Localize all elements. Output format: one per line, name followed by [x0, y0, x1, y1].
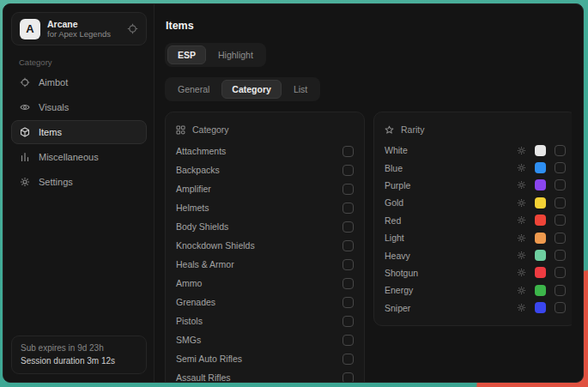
rarity-panel-header: Rarity — [385, 121, 566, 138]
sidebar: A Arcane for Apex Legends Category Aimbo… — [3, 4, 155, 382]
sidebar-item-items[interactable]: Items — [11, 120, 147, 144]
brand-text: Arcane for Apex Legends — [47, 19, 111, 39]
rarity-checkbox[interactable] — [555, 267, 566, 278]
rarity-row-label: Sniper — [385, 303, 410, 313]
grid-icon — [176, 125, 185, 135]
category-panel-title: Category — [192, 124, 229, 135]
app-window: A Arcane for Apex Legends Category Aimbo… — [3, 3, 584, 383]
category-row: Assault Rifles — [176, 368, 354, 382]
gear-icon[interactable] — [517, 215, 526, 225]
color-swatch[interactable] — [535, 197, 546, 209]
category-row: Semi Auto Rifles — [176, 349, 354, 368]
sidebar-item-label: Items — [39, 127, 62, 137]
category-row: Pistols — [176, 311, 354, 330]
page-title: Items — [166, 20, 572, 32]
category-row: Helmets — [176, 198, 354, 217]
rarity-row-label: Gold — [385, 197, 403, 208]
tab-list[interactable]: List — [283, 80, 318, 99]
session-card: Sub expires in 9d 23h Session duration 3… — [11, 336, 147, 374]
gear-icon[interactable] — [517, 180, 526, 190]
sidebar-item-settings[interactable]: Settings — [11, 170, 147, 194]
rarity-row-label: Purple — [385, 180, 410, 190]
category-checkbox[interactable] — [342, 240, 354, 251]
sidebar-item-aimbot[interactable]: Aimbot — [11, 70, 147, 94]
gear-icon[interactable] — [517, 233, 526, 243]
color-swatch[interactable] — [535, 162, 546, 173]
gear-icon[interactable] — [517, 268, 526, 277]
tab-category[interactable]: Category — [221, 80, 282, 99]
category-checkbox[interactable] — [342, 203, 354, 214]
category-row-label: SMGs — [176, 335, 201, 345]
rarity-checkbox[interactable] — [555, 285, 566, 296]
category-row-label: Grenades — [176, 297, 215, 307]
rarity-checkbox[interactable] — [555, 197, 566, 209]
sidebar-section-label: Category — [19, 57, 147, 67]
mode-tab-group: ESP Highlight — [165, 43, 266, 67]
sidebar-item-miscellaneous[interactable]: Miscellaneous — [11, 145, 147, 169]
category-row: Body Shields — [176, 217, 354, 236]
brand-card: A Arcane for Apex Legends — [11, 12, 147, 45]
rarity-row-label: Blue — [385, 163, 403, 173]
sidebar-item-visuals[interactable]: Visuals — [11, 95, 147, 119]
category-checkbox[interactable] — [342, 335, 354, 346]
rarity-row-label: Energy — [385, 285, 413, 295]
color-swatch[interactable] — [535, 145, 546, 156]
color-swatch[interactable] — [535, 267, 546, 278]
gear-icon[interactable] — [517, 303, 526, 312]
rarity-checkbox[interactable] — [555, 179, 566, 190]
rarity-checkbox[interactable] — [555, 162, 566, 173]
sidebar-item-label: Visuals — [39, 102, 69, 112]
category-row: Attachments — [176, 142, 354, 160]
gear-icon[interactable] — [517, 286, 526, 295]
category-checkbox[interactable] — [342, 372, 354, 383]
tab-general[interactable]: General — [167, 80, 220, 99]
session-duration-text: Session duration 3m 12s — [21, 354, 137, 367]
gear-icon[interactable] — [517, 146, 526, 155]
rarity-panel: Rarity White Blue Purple Gold Red Light … — [373, 112, 572, 326]
color-swatch[interactable] — [535, 179, 546, 190]
rarity-row: Heavy — [385, 246, 566, 263]
rarity-row: Purple — [385, 177, 566, 194]
category-checkbox[interactable] — [342, 165, 354, 176]
tab-esp[interactable]: ESP — [167, 45, 206, 64]
gear-icon[interactable] — [517, 163, 526, 172]
brand-subtitle: for Apex Legends — [47, 29, 111, 39]
category-row-label: Helmets — [176, 203, 209, 213]
target-icon[interactable] — [127, 23, 138, 34]
color-swatch[interactable] — [535, 233, 546, 244]
category-row: Amplifier — [176, 179, 354, 198]
sidebar-item-label: Miscellaneous — [39, 152, 99, 162]
rarity-checkbox[interactable] — [555, 250, 566, 261]
tab-highlight[interactable]: Highlight — [208, 45, 264, 64]
category-checkbox[interactable] — [342, 221, 354, 233]
brand-name: Arcane — [47, 19, 111, 29]
category-row-label: Attachments — [176, 146, 226, 156]
rarity-checkbox[interactable] — [555, 302, 566, 313]
category-checkbox[interactable] — [342, 259, 354, 270]
category-checkbox[interactable] — [342, 278, 354, 289]
eye-icon — [20, 102, 30, 112]
color-swatch[interactable] — [535, 302, 546, 313]
category-checkbox[interactable] — [342, 297, 354, 308]
rarity-row-label: Heavy — [385, 251, 410, 261]
gear-icon[interactable] — [517, 198, 526, 208]
color-swatch[interactable] — [535, 215, 546, 226]
category-panel: Category Attachments Backpacks Amplifier… — [165, 112, 365, 382]
category-checkbox[interactable] — [342, 316, 354, 327]
box-icon — [20, 127, 30, 137]
rarity-checkbox[interactable] — [555, 215, 566, 226]
category-checkbox[interactable] — [342, 146, 354, 157]
category-row-label: Amplifier — [176, 184, 211, 194]
rarity-panel-title: Rarity — [401, 124, 424, 135]
category-checkbox[interactable] — [342, 184, 354, 195]
category-checkbox[interactable] — [342, 354, 354, 365]
color-swatch[interactable] — [535, 250, 546, 261]
category-row: Grenades — [176, 293, 354, 311]
rarity-checkbox[interactable] — [555, 145, 566, 156]
bars-icon — [20, 152, 30, 162]
color-swatch[interactable] — [535, 285, 546, 296]
gear-icon[interactable] — [517, 251, 526, 260]
category-row-label: Assault Rifles — [176, 372, 231, 382]
rarity-checkbox[interactable] — [555, 233, 566, 244]
rarity-row: Light — [385, 229, 566, 246]
